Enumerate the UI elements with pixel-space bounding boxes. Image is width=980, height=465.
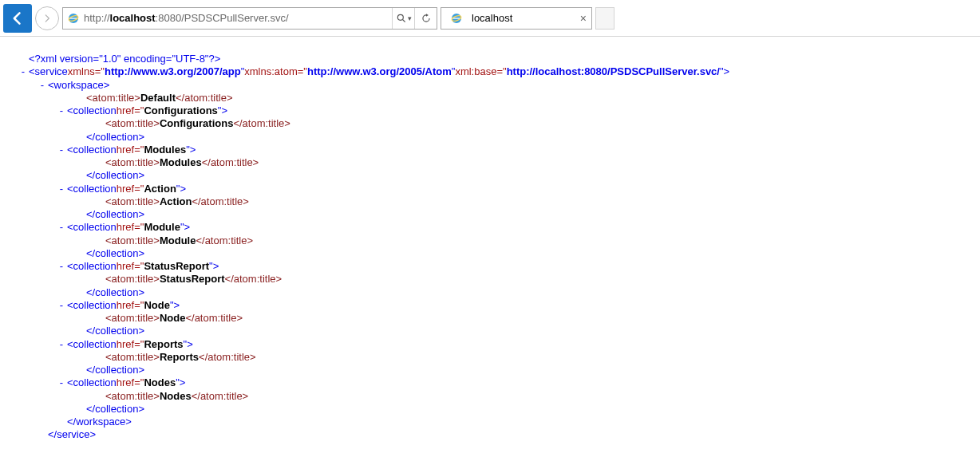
xml-tag: </atom:title>	[202, 156, 259, 169]
collapse-toggle[interactable]: -	[57, 183, 65, 195]
xml-line: </workspace>	[19, 416, 961, 428]
collapse-toggle[interactable]: -	[57, 376, 65, 389]
xml-tag: </collection>	[86, 364, 144, 376]
collapse-toggle[interactable]: -	[19, 65, 27, 78]
xml-value: http://www.w3.org/2007/app	[105, 65, 241, 78]
tab-close-button[interactable]: ×	[580, 12, 587, 25]
xml-tag: </collection>	[86, 169, 144, 182]
xml-tag: >	[180, 183, 186, 195]
browser-tab[interactable]: localhost ×	[441, 7, 592, 30]
collapse-toggle[interactable]: -	[57, 338, 65, 351]
xml-tag: >	[213, 260, 219, 273]
xml-tag: <atom:title>	[105, 195, 160, 208]
xml-line: </collection>	[19, 131, 961, 144]
new-tab-button[interactable]	[595, 7, 614, 30]
xml-tag: <collection	[67, 260, 117, 273]
xml-line: -<service xmlns="http://www.w3.org/2007/…	[19, 65, 961, 78]
xml-tag: <service	[29, 65, 68, 78]
xml-line: -<collection href="Node">	[19, 299, 961, 312]
collapse-toggle[interactable]: -	[38, 79, 46, 92]
xml-line: -<workspace>	[19, 79, 961, 92]
xml-tag: <atom:title>	[105, 390, 160, 403]
xml-line: <atom:title>Module</atom:title>	[19, 234, 961, 247]
xml-attr: xml:base="	[455, 65, 506, 78]
xml-text: Reports	[160, 351, 199, 364]
xml-line: </collection>	[19, 286, 961, 299]
xml-text: Action	[144, 183, 176, 195]
collapse-toggle[interactable]: -	[57, 144, 65, 156]
forward-button[interactable]	[35, 6, 59, 30]
back-button[interactable]	[3, 4, 32, 33]
xml-text: Nodes	[144, 376, 176, 389]
xml-line: </collection>	[19, 247, 961, 260]
xml-line: -<collection href="Action">	[19, 183, 961, 195]
refresh-icon	[421, 13, 432, 24]
xml-text: StatusReport	[160, 273, 225, 286]
xml-tag: </atom:title>	[225, 273, 283, 286]
xml-tag: </service>	[48, 428, 96, 441]
xml-attr: href="	[117, 376, 144, 389]
xml-text: Configurations	[160, 117, 233, 130]
xml-line: </collection>	[19, 169, 961, 182]
xml-line: <atom:title>Modules</atom:title>	[19, 156, 961, 169]
xml-tag: </atom:title>	[199, 351, 256, 364]
xml-tag: <collection	[67, 104, 117, 117]
xml-content: <?xml version="1.0" encoding="UTF-8"?>-<…	[0, 37, 980, 458]
xml-tag: </atom:title>	[176, 92, 233, 104]
xml-attr: href="	[117, 221, 144, 234]
xml-tag: <collection	[67, 183, 117, 195]
xml-attr: href="	[117, 104, 144, 117]
xml-value: http://localhost:8080/PSDSCPullServer.sv…	[507, 65, 720, 78]
arrow-left-icon	[10, 10, 26, 26]
xml-text: Node	[160, 312, 186, 325]
svg-line-3	[402, 19, 405, 22]
xml-tag: </collection>	[86, 131, 144, 144]
xml-text: Action	[160, 195, 192, 208]
search-button[interactable]: ▾	[392, 8, 414, 29]
xml-tag: >	[180, 376, 186, 389]
xml-text: Default	[140, 92, 176, 104]
collapse-toggle[interactable]: -	[57, 221, 65, 234]
refresh-button[interactable]	[414, 8, 437, 29]
xml-text: Configurations	[144, 104, 217, 117]
xml-tag: <atom:title>	[105, 234, 160, 247]
xml-tag: </collection>	[86, 247, 144, 260]
xml-line: -<collection href="Modules">	[19, 144, 961, 156]
xml-text: Reports	[144, 338, 183, 351]
xml-text: Modules	[160, 156, 202, 169]
address-bar[interactable]: http://localhost:8080/PSDSCPullServer.sv…	[62, 7, 437, 30]
xml-tag: </atom:title>	[185, 312, 243, 325]
xml-text: Node	[144, 299, 170, 312]
xml-tag: <workspace>	[48, 79, 109, 92]
xml-tag: >	[187, 338, 193, 351]
collapse-toggle[interactable]: -	[57, 104, 65, 117]
xml-tag: <collection	[67, 144, 117, 156]
xml-line: -<collection href="StatusReport">	[19, 260, 961, 273]
xml-line: </collection>	[19, 403, 961, 416]
xml-line: <atom:title>Node</atom:title>	[19, 312, 961, 325]
xml-attr: xmlns="	[68, 65, 105, 78]
xml-tag: >	[724, 65, 730, 78]
xml-tag: </atom:title>	[192, 390, 249, 403]
xml-line: -<collection href="Module">	[19, 221, 961, 234]
xml-line: -<collection href="Configurations">	[19, 104, 961, 117]
xml-text: Nodes	[160, 390, 192, 403]
xml-tag: <collection	[67, 221, 117, 234]
xml-text: Module	[144, 221, 180, 234]
xml-tag: </collection>	[86, 403, 144, 416]
xml-tag: </collection>	[86, 208, 144, 221]
collapse-toggle[interactable]: -	[57, 260, 65, 273]
xml-tag: >	[174, 299, 180, 312]
xml-line: -<collection href="Nodes">	[19, 376, 961, 389]
xml-tag: <atom:title>	[105, 312, 160, 325]
collapse-toggle[interactable]: -	[57, 299, 65, 312]
xml-attr: xmlns:atom="	[244, 65, 307, 78]
xml-line: </service>	[19, 428, 961, 441]
xml-line: <atom:title>StatusReport</atom:title>	[19, 273, 961, 286]
xml-tag: </collection>	[86, 325, 144, 337]
xml-tag: </atom:title>	[233, 117, 290, 130]
xml-line: </collection>	[19, 208, 961, 221]
xml-line: <?xml version="1.0" encoding="UTF-8"?>	[19, 53, 961, 65]
xml-tag: <collection	[67, 299, 117, 312]
svg-point-2	[397, 14, 403, 20]
